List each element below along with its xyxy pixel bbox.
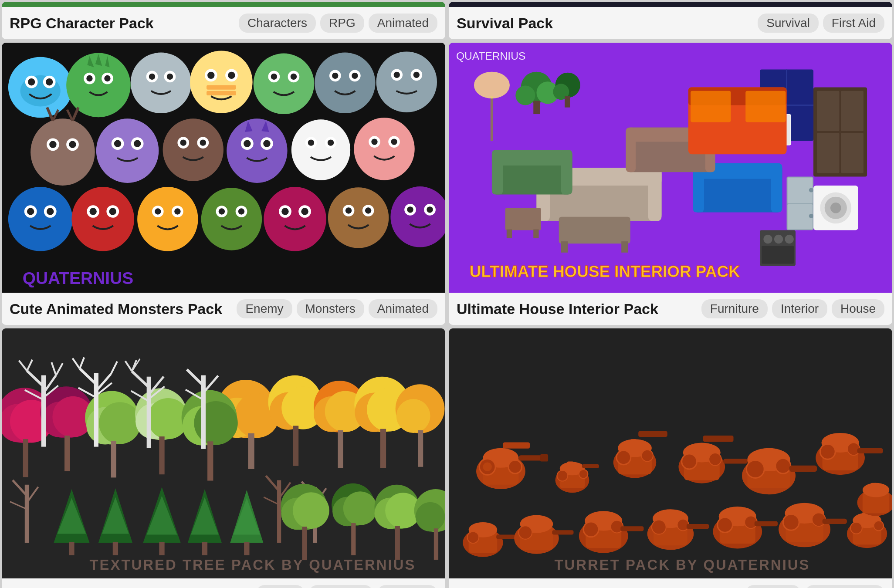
svg-point-80 xyxy=(27,208,34,215)
tag-furniture[interactable]: Furniture xyxy=(701,299,768,318)
card-title-house: Ultimate House Interior Pack xyxy=(457,301,697,318)
svg-point-102 xyxy=(301,208,308,215)
svg-rect-240 xyxy=(201,375,206,449)
svg-point-147 xyxy=(809,188,813,192)
svg-rect-160 xyxy=(565,96,570,108)
svg-point-98 xyxy=(264,187,326,251)
tag-turrets[interactable]: Turrets xyxy=(745,585,801,588)
svg-point-317 xyxy=(682,454,697,469)
tag-monsters[interactable]: Monsters xyxy=(297,299,364,318)
svg-rect-130 xyxy=(771,163,782,213)
svg-point-72 xyxy=(328,139,334,145)
tag-survival[interactable]: Survival xyxy=(758,14,819,33)
card-rpg[interactable]: RPG Character Pack Characters RPG Animat… xyxy=(2,2,445,39)
svg-point-371 xyxy=(783,514,799,531)
svg-rect-136 xyxy=(817,91,839,131)
svg-rect-126 xyxy=(621,241,628,253)
svg-rect-352 xyxy=(620,526,643,531)
svg-rect-326 xyxy=(789,466,817,472)
svg-point-303 xyxy=(557,470,568,481)
svg-point-44 xyxy=(49,141,56,148)
svg-rect-138 xyxy=(817,133,839,173)
svg-rect-133 xyxy=(626,128,636,172)
svg-point-148 xyxy=(809,214,813,218)
svg-rect-195 xyxy=(418,430,423,467)
svg-rect-184 xyxy=(293,426,298,466)
svg-rect-373 xyxy=(823,519,847,524)
svg-point-304 xyxy=(579,470,588,479)
svg-point-58 xyxy=(180,139,186,145)
tag-interior[interactable]: Interior xyxy=(772,299,827,318)
tag-firstaid[interactable]: First Aid xyxy=(823,14,884,33)
svg-point-41 xyxy=(413,72,420,78)
svg-rect-170 xyxy=(762,246,794,264)
tag-enemy[interactable]: Enemy xyxy=(237,299,292,318)
svg-point-310 xyxy=(616,450,631,465)
svg-text:ULTIMATE HOUSE INTERIOR PACK: ULTIMATE HOUSE INTERIOR PACK xyxy=(470,263,740,280)
svg-point-29 xyxy=(271,74,277,80)
svg-point-105 xyxy=(345,207,352,213)
card-trees[interactable]: TEXTURED TREE PACK BY QUATERNIUS Stylize… xyxy=(2,328,445,588)
tag-steampunk[interactable]: Steampunk xyxy=(805,585,884,588)
svg-point-318 xyxy=(709,453,721,466)
svg-point-357 xyxy=(652,520,666,534)
svg-point-37 xyxy=(376,52,437,112)
svg-point-150 xyxy=(474,72,510,99)
svg-point-100 xyxy=(281,208,288,215)
svg-point-97 xyxy=(238,208,244,214)
tag-stylized[interactable]: Stylized xyxy=(377,585,437,588)
card-title-monsters: Cute Animated Monsters Pack xyxy=(10,301,232,318)
svg-point-103 xyxy=(328,187,389,248)
svg-point-338 xyxy=(467,532,479,544)
svg-point-36 xyxy=(352,73,358,79)
svg-point-214 xyxy=(194,401,237,445)
tag-characters[interactable]: Characters xyxy=(239,14,316,33)
svg-point-75 xyxy=(371,139,377,145)
svg-rect-122 xyxy=(492,150,503,195)
svg-rect-308 xyxy=(638,431,667,437)
svg-point-92 xyxy=(174,208,180,214)
svg-rect-199 xyxy=(23,439,28,477)
card-survival[interactable]: Survival Pack Survival First Aid xyxy=(449,2,892,39)
svg-point-344 xyxy=(518,526,532,539)
svg-point-87 xyxy=(109,208,116,215)
card-title-turrets: Steampunk Turret Pack xyxy=(457,586,741,588)
svg-point-155 xyxy=(515,85,535,105)
tag-textured[interactable]: Textured xyxy=(309,585,373,588)
card-house[interactable]: QUATERNIUS xyxy=(449,43,892,325)
svg-point-77 xyxy=(391,139,397,145)
svg-point-311 xyxy=(641,450,653,462)
svg-point-273 xyxy=(293,492,329,529)
svg-point-68 xyxy=(291,119,350,180)
svg-point-167 xyxy=(763,235,772,244)
tag-trees[interactable]: Trees xyxy=(256,585,305,588)
card-footer-turrets: Steampunk Turret Pack Turrets Steampunk xyxy=(449,578,892,588)
svg-rect-285 xyxy=(434,528,438,560)
svg-rect-157 xyxy=(533,101,540,114)
card-monsters[interactable]: QUATERNIUS Cute Animated Monsters Pack E… xyxy=(2,43,445,325)
svg-point-61 xyxy=(227,118,287,183)
svg-point-350 xyxy=(583,522,599,537)
svg-rect-359 xyxy=(687,524,709,529)
svg-rect-296 xyxy=(518,455,543,460)
svg-point-88 xyxy=(137,187,198,251)
svg-rect-174 xyxy=(745,91,786,122)
svg-point-82 xyxy=(47,208,54,215)
svg-rect-25 xyxy=(207,85,236,89)
svg-point-73 xyxy=(354,118,414,180)
svg-point-95 xyxy=(219,208,225,214)
tag-animated-rpg[interactable]: Animated xyxy=(369,14,437,33)
svg-point-9 xyxy=(86,75,92,81)
tag-rpg[interactable]: RPG xyxy=(320,14,364,33)
card-turrets[interactable]: TURRET PACK BY QUATERNIUS Steampunk Turr… xyxy=(449,328,892,588)
svg-rect-26 xyxy=(207,91,236,95)
tag-animated-monsters[interactable]: Animated xyxy=(369,299,437,318)
svg-rect-119 xyxy=(648,168,662,221)
svg-point-378 xyxy=(850,522,862,534)
svg-rect-152 xyxy=(507,230,512,239)
svg-rect-139 xyxy=(841,133,864,173)
svg-point-194 xyxy=(396,399,430,433)
svg-point-107 xyxy=(365,207,371,213)
tag-house[interactable]: House xyxy=(832,299,884,318)
svg-point-46 xyxy=(69,141,76,148)
